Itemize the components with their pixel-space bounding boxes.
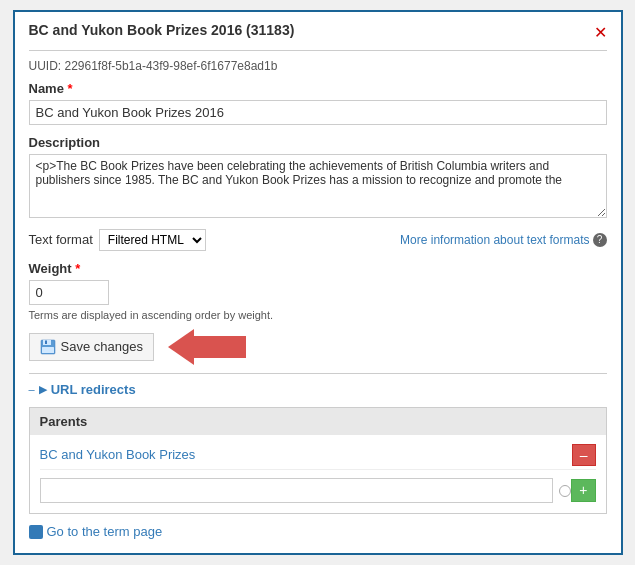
parents-section: Parents BC and Yukon Book Prizes – +: [29, 407, 607, 515]
svg-rect-3: [42, 347, 54, 353]
collapse-icon[interactable]: –: [29, 383, 35, 395]
weight-hint: Terms are displayed in ascending order b…: [29, 309, 607, 321]
weight-input[interactable]: [29, 280, 109, 305]
panel-title: BC and Yukon Book Prizes 2016 (31183): [29, 22, 295, 38]
save-changes-button[interactable]: Save changes: [29, 333, 154, 361]
parents-body: BC and Yukon Book Prizes – +: [30, 435, 606, 514]
parent-link[interactable]: BC and Yukon Book Prizes: [40, 447, 196, 462]
url-redirects-link[interactable]: URL redirects: [51, 382, 136, 397]
required-star-name: *: [68, 81, 73, 96]
svg-rect-2: [45, 340, 47, 344]
parent-row: BC and Yukon Book Prizes –: [40, 441, 596, 471]
close-icon[interactable]: ✕: [594, 23, 607, 42]
parents-header: Parents: [30, 408, 606, 435]
text-format-left: Text format Filtered HTML: [29, 229, 206, 251]
go-to-term-link[interactable]: Go to the term page: [47, 524, 163, 539]
url-redirects-row: – ▶ URL redirects: [29, 382, 607, 397]
expand-arrow-icon[interactable]: ▶: [39, 383, 47, 396]
required-star-weight: *: [75, 261, 80, 276]
description-wrapper: <p>The BC Book Prizes have been celebrat…: [29, 154, 607, 221]
main-panel: BC and Yukon Book Prizes 2016 (31183) ✕ …: [13, 10, 623, 556]
term-page-icon: [29, 525, 43, 539]
add-parent-row: +: [40, 474, 596, 507]
save-row: Save changes: [29, 329, 607, 365]
name-input[interactable]: [29, 100, 607, 125]
description-label: Description: [29, 135, 607, 150]
text-format-row: Text format Filtered HTML More informati…: [29, 229, 607, 251]
text-format-label: Text format: [29, 232, 93, 247]
uuid-line: UUID: 22961f8f-5b1a-43f9-98ef-6f1677e8ad…: [29, 59, 607, 73]
search-circle-icon: [559, 485, 571, 497]
description-textarea[interactable]: <p>The BC Book Prizes have been celebrat…: [29, 154, 607, 218]
weight-label: Weight *: [29, 261, 607, 276]
remove-parent-button[interactable]: –: [572, 444, 596, 467]
divider-1: [29, 373, 607, 374]
direction-arrow: [168, 329, 246, 365]
add-parent-input[interactable]: [40, 478, 554, 503]
more-info-link[interactable]: More information about text formats ?: [400, 233, 606, 247]
text-format-select[interactable]: Filtered HTML: [99, 229, 206, 251]
name-label: Name *: [29, 81, 607, 96]
add-parent-button[interactable]: +: [571, 479, 595, 502]
save-icon: [40, 339, 56, 355]
panel-title-bar: BC and Yukon Book Prizes 2016 (31183) ✕: [29, 22, 607, 51]
go-to-term-row: Go to the term page: [29, 524, 607, 539]
help-icon: ?: [593, 233, 607, 247]
